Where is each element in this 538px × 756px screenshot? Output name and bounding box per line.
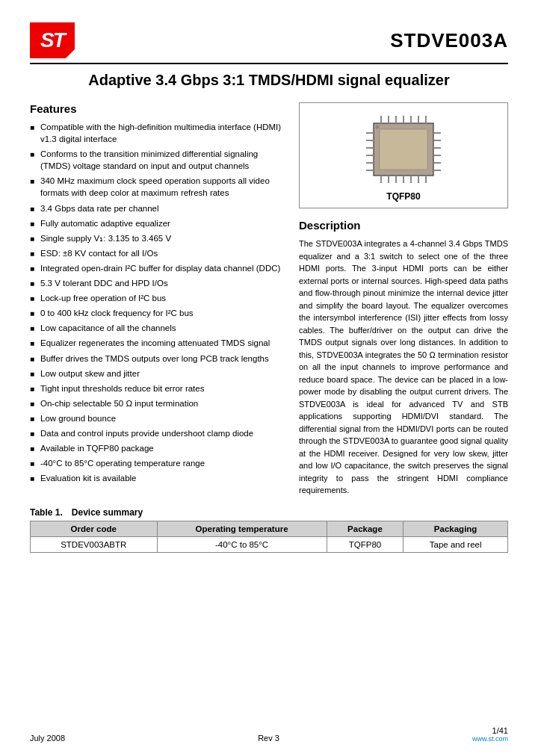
feature-text: Available in TQFP80 package <box>40 442 154 454</box>
footer-page: 1/41 <box>472 726 508 735</box>
feature-bullet: ■ <box>30 354 40 365</box>
feature-bullet: ■ <box>30 444 40 454</box>
header: ST STDVE003A <box>30 22 508 58</box>
feature-bullet: ■ <box>30 323 40 334</box>
feature-text: Lock-up free operation of I²C bus <box>40 292 166 304</box>
feature-text: Conforms to the transition minimized dif… <box>40 148 284 172</box>
feature-bullet: ■ <box>30 249 40 259</box>
feature-item: ■Evaluation kit is available <box>30 472 284 484</box>
table-header-cell: Packaging <box>404 521 508 536</box>
feature-bullet: ■ <box>30 369 40 379</box>
feature-bullet: ■ <box>30 264 40 274</box>
feature-item: ■Single supply V₁: 3.135 to 3.465 V <box>30 232 284 244</box>
feature-bullet: ■ <box>30 219 40 229</box>
table-header-cell: Operating temperature <box>157 521 327 536</box>
table-header-cell: Order code <box>31 521 158 536</box>
feature-item: ■0 to 400 kHz clock frequency for I²C bu… <box>30 307 284 319</box>
feature-text: -40°C to 85°C operating temperature rang… <box>40 457 205 469</box>
feature-bullet: ■ <box>30 429 40 439</box>
table-cell: TQFP80 <box>327 536 404 552</box>
footer-date: July 2008 <box>30 734 65 743</box>
feature-bullet: ■ <box>30 309 40 319</box>
feature-text: Evaluation kit is available <box>40 472 137 484</box>
feature-text: Low output skew and jitter <box>40 368 140 379</box>
features-title: Features <box>30 102 284 115</box>
ic-chip-image <box>355 112 452 187</box>
feature-bullet: ■ <box>30 338 40 349</box>
feature-list: ■Compatible with the high-definition mul… <box>30 121 284 484</box>
feature-item: ■Compatible with the high-definition mul… <box>30 121 284 145</box>
device-table: Order codeOperating temperaturePackagePa… <box>30 521 508 553</box>
feature-item: ■5.3 V tolerant DDC and HPD I/Os <box>30 277 284 289</box>
svg-point-28 <box>376 126 380 129</box>
product-name: STDVE003A <box>390 29 508 52</box>
feature-text: On-chip selectable 50 Ω input terminatio… <box>40 397 198 409</box>
feature-item: ■Available in TQFP80 package <box>30 442 284 454</box>
feature-bullet: ■ <box>30 204 40 214</box>
table-header: Order codeOperating temperaturePackagePa… <box>31 521 508 536</box>
feature-item: ■Equalizer regenerates the incoming atte… <box>30 337 284 349</box>
feature-text: Single supply V₁: 3.135 to 3.465 V <box>40 232 171 244</box>
description-text: The STDVE003A integrates a 4-channel 3.4… <box>299 238 508 497</box>
feature-item: ■Low output skew and jitter <box>30 368 284 379</box>
right-column: TQFP80 Description The STDVE003A integra… <box>299 102 508 497</box>
feature-text: Integrated open-drain I²C buffer for dis… <box>40 262 280 274</box>
feature-bullet: ■ <box>30 149 40 160</box>
feature-bullet: ■ <box>30 384 40 394</box>
feature-item: ■Integrated open-drain I²C buffer for di… <box>30 262 284 274</box>
feature-text: ESD: ±8 KV contact for all I/Os <box>40 247 158 259</box>
feature-item: ■-40°C to 85°C operating temperature ran… <box>30 457 284 469</box>
feature-item: ■3.4 Gbps data rate per channel <box>30 202 284 214</box>
feature-item: ■Low ground bounce <box>30 412 284 424</box>
table-body: STDEV003ABTR-40°C to 85°CTQFP80Tape and … <box>31 536 508 552</box>
feature-text: 340 MHz maximum clock speed operation su… <box>40 175 284 199</box>
feature-text: Low capacitance of all the channels <box>40 322 176 334</box>
feature-bullet: ■ <box>30 234 40 244</box>
feature-text: Compatible with the high-definition mult… <box>40 121 284 145</box>
svg-rect-27 <box>380 129 427 170</box>
feature-text: 5.3 V tolerant DDC and HPD I/Os <box>40 277 168 289</box>
footer-right: 1/41 www.st.com <box>472 726 508 743</box>
table-cell: Tape and reel <box>404 536 508 552</box>
st-logo: ST <box>30 22 75 58</box>
feature-bullet: ■ <box>30 459 40 469</box>
footer-watermark: www.st.com <box>472 735 508 743</box>
device-summary-section: Table 1. Device summary Order codeOperat… <box>30 507 508 553</box>
feature-item: ■Conforms to the transition minimized di… <box>30 148 284 172</box>
feature-text: 3.4 Gbps data rate per channel <box>40 202 159 214</box>
feature-text: Data and control inputs provide undersho… <box>40 427 253 439</box>
left-column: Features ■Compatible with the high-defin… <box>30 102 284 497</box>
main-content: Features ■Compatible with the high-defin… <box>30 102 508 497</box>
feature-item: ■Lock-up free operation of I²C bus <box>30 292 284 304</box>
feature-text: Equalizer regenerates the incoming atten… <box>40 337 270 349</box>
feature-text: Tight input thresholds reduce bit error … <box>40 382 204 394</box>
feature-text: Low ground bounce <box>40 412 116 424</box>
feature-item: ■Tight input thresholds reduce bit error… <box>30 382 284 394</box>
feature-bullet: ■ <box>30 414 40 424</box>
table-row: STDEV003ABTR-40°C to 85°CTQFP80Tape and … <box>31 536 508 552</box>
feature-text: Buffer drives the TMDS outputs over long… <box>40 353 269 365</box>
feature-bullet: ■ <box>30 474 40 484</box>
table-cell: STDEV003ABTR <box>31 536 158 552</box>
feature-bullet: ■ <box>30 399 40 409</box>
feature-item: ■340 MHz maximum clock speed operation s… <box>30 175 284 199</box>
header-divider <box>30 63 508 64</box>
table-header-cell: Package <box>327 521 404 536</box>
feature-item: ■Data and control inputs provide undersh… <box>30 427 284 439</box>
feature-text: 0 to 400 kHz clock frequency for I²C bus <box>40 307 194 319</box>
feature-item: ■ESD: ±8 KV contact for all I/Os <box>30 247 284 259</box>
feature-bullet: ■ <box>30 123 40 133</box>
feature-text: Fully automatic adaptive equalizer <box>40 217 170 229</box>
feature-bullet: ■ <box>30 294 40 304</box>
table-header-row: Order codeOperating temperaturePackagePa… <box>31 521 508 536</box>
logo-text: ST <box>40 28 64 52</box>
footer-rev: Rev 3 <box>258 734 279 743</box>
feature-item: ■Buffer drives the TMDS outputs over lon… <box>30 353 284 365</box>
feature-item: ■Fully automatic adaptive equalizer <box>30 217 284 229</box>
footer: July 2008 Rev 3 1/41 www.st.com <box>30 726 508 743</box>
description-title: Description <box>299 219 508 232</box>
feature-bullet: ■ <box>30 176 40 187</box>
feature-bullet: ■ <box>30 279 40 289</box>
table-cell: -40°C to 85°C <box>157 536 327 552</box>
ic-image-box: TQFP80 <box>299 102 508 208</box>
